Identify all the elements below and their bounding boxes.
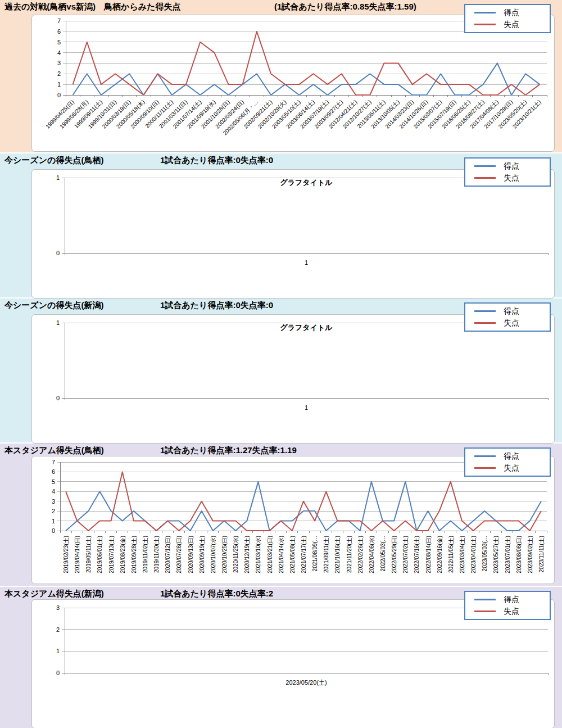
legend-swatch-scored [474,455,496,457]
chart-season-tosu: 011グラフタイトル [31,169,555,299]
legend: 得点失点 [464,4,551,33]
legend-swatch-conceded [474,611,496,612]
x-category-label: 2022/11/05(土) [448,536,454,573]
x-category-label: 2020/10/25(日) [221,536,228,573]
x-category-label: 2019/08/23(金) [120,536,126,573]
legend-item: 失点 [465,605,550,617]
line-chart-season-niigata: 011グラフタイトル [32,315,553,442]
x-category-label: 2022/04/06(水) [369,536,375,573]
x-category-label: 2022/05/03(… [380,536,386,571]
legend: 得点失点 [464,447,551,477]
legend-label: 失点 [504,173,519,183]
x-category-label: 2020/09/19(土) [199,536,205,573]
x-category-label: 2019/11/02(土) [142,536,148,573]
x-category-label: 2022/07/16(土) [414,536,420,573]
y-tick-label: 6 [57,28,61,35]
x-category-label: 2023/11/11(土) [538,536,545,572]
line-chart-past-matches: 012345671999/04/25(日)1999/06/28(月)1999/0… [32,15,553,150]
y-tick-label: 2 [52,508,55,514]
panel-past-matches: 過去の対戦(鳥栖vs新潟) 鳥栖からみた得失点 (1試合あたり得点率:0.85失… [0,0,562,152]
panel-stadium-tosu: 本スタジアム得失点(鳥栖) 1試合あたり得点率:1.27失点率:1.19 012… [0,444,562,586]
y-tick-label: 4 [57,49,61,56]
y-tick-label: 0 [56,670,60,676]
x-category-label: 2020/10/07(水) [210,536,216,573]
x-category-label: 1 [305,404,308,411]
x-category-label: 2019/11/30(土) [153,536,160,573]
legend-item: 得点 [465,594,550,605]
legend-label: 得点 [504,306,519,316]
x-category-label: 2022/09/16(金) [437,536,443,573]
x-category-label: 2020/07/12(日) [165,536,171,573]
panel-stadium-niigata: 本スタジアム得失点(新潟) 1試合あたり得点率:0失点率:2 01232023/… [0,587,562,728]
y-tick-label: 2 [57,70,61,77]
chart-title: グラフタイトル [280,323,333,332]
legend-swatch-conceded [474,322,496,324]
line-chart-season-tosu: 011グラフタイトル [32,170,553,297]
y-tick-label: 3 [52,498,55,505]
x-category-label: 2021/04/14(水) [278,536,284,573]
x-category-label: 2023/04/01(土) [470,536,477,573]
x-category-label: 2019/05/11(土) [85,536,92,573]
legend-label: 失点 [504,318,519,328]
y-tick-label: 0 [56,395,60,401]
x-category-label: 2021/03/21(日) [267,536,273,573]
legend-swatch-scored [474,165,496,167]
y-tick-label: 7 [52,459,55,465]
y-tick-label: 5 [57,39,61,46]
y-tick-label: 1 [56,319,60,326]
legend-label: 得点 [504,451,519,462]
legend-swatch-scored [474,599,496,600]
x-category-label: 2020/11/25(水) [233,536,239,573]
x-category-label: 2022/02/26(土) [357,536,364,573]
x-category-label: 2021/07/17(土) [301,536,307,573]
x-category-label: 2019/06/01(土) [97,536,103,573]
x-category-label: 2023/08/06(日) [516,536,522,573]
legend-item: 失点 [465,317,550,329]
x-category-label: 2021/03/10(水) [255,536,261,573]
y-tick-label: 1 [52,518,55,524]
x-category-label: 2021/10/16(土) [334,536,341,573]
chart-title: グラフタイトル [280,178,333,187]
y-tick-label: 3 [57,60,61,66]
panel-season-tosu: 今シーズンの得失点(鳥栖) 1試合あたり得点率:0失点率:0 011グラフタイト… [0,153,562,297]
panel-title: 過去の対戦(鳥栖vs新潟) 鳥栖からみた得失点 [4,2,180,12]
y-tick-label: 4 [52,488,55,495]
legend-label: 失点 [504,607,519,617]
panel-title: 本スタジアム得失点(鳥栖) [4,445,104,456]
legend-item: 得点 [465,7,550,19]
y-tick-label: 0 [52,527,55,534]
legend-item: 得点 [465,160,550,172]
series-scored [66,482,541,531]
y-tick-label: 1 [57,81,61,88]
legend: 得点失点 [464,591,551,620]
panel-title: 今シーズンの得失点(新潟) [4,300,103,311]
x-category-label: 2020/12/19(土) [244,536,250,573]
y-tick-label: 3 [56,604,60,611]
legend-label: 失点 [504,463,519,473]
x-category-label: 2019/07/13(土) [108,536,115,573]
chart-season-niigata: 011グラフタイトル [31,314,555,444]
x-category-label: 2023/05/20(土) [285,679,327,686]
x-category-label: 2021/05/08(土) [289,536,296,573]
y-tick-label: 6 [52,468,55,475]
y-tick-label: 5 [52,478,55,485]
x-category-label: 2020/07/26(日) [176,536,182,573]
legend-label: 得点 [504,595,519,605]
match-stats-report: 過去の対戦(鳥栖vs新潟) 鳥栖からみた得失点 (1試合あたり得点率:0.85失… [0,0,562,728]
x-category-label: 2022/08/14(日) [425,536,432,573]
panel-rate-text: 1試合あたり得点率:1.27失点率:1.19 [160,445,297,456]
y-tick-label: 0 [56,250,60,256]
x-category-label: 2023/05/03(… [482,536,488,571]
panel-rate-text: 1試合あたり得点率:0失点率:0 [160,155,273,166]
x-category-label: 2022/07/02(土) [402,536,409,573]
legend-swatch-conceded [474,177,496,179]
y-tick-label: 1 [56,648,60,654]
chart-past-matches: 012345671999/04/25(日)1999/06/28(月)1999/0… [31,15,555,152]
x-category-label: 2023/05/27(土) [493,536,499,573]
x-category-label: 2023/09/02(土) [527,536,533,573]
legend-label: 失点 [504,20,519,30]
legend: 得点失点 [464,302,551,332]
x-category-label: 2022/05/29(日) [391,536,397,573]
x-category-label: 1 [305,259,308,266]
panel-rate-text: 1試合あたり得点率:0失点率:0 [160,300,273,311]
